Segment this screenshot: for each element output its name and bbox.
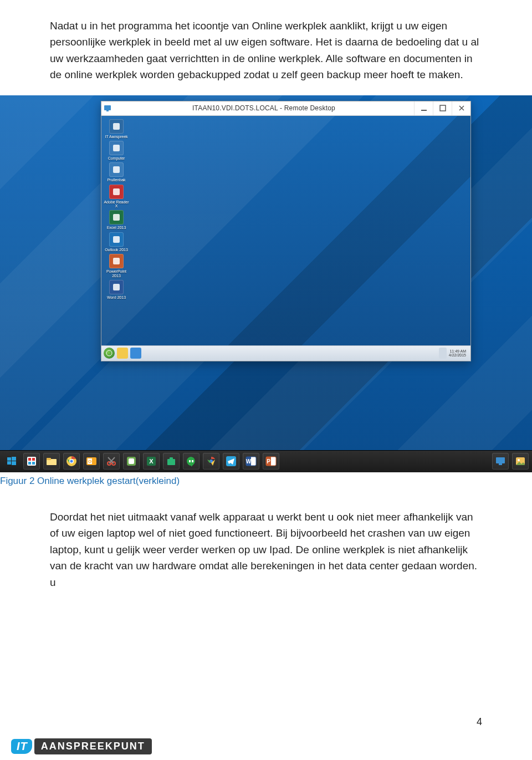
svg-point-52 <box>518 459 520 461</box>
word-icon[interactable]: W <box>243 453 259 470</box>
desktop-icon-label: Prullenbak <box>107 178 125 182</box>
desktop-icon-label: Excel 2013 <box>107 226 126 229</box>
desktop-icon[interactable]: PowerPoint 2013 <box>104 254 129 278</box>
svg-rect-9 <box>113 236 120 243</box>
svg-rect-20 <box>28 462 31 465</box>
desktop-icon-glyph <box>109 210 124 225</box>
inner-tray-icon[interactable] <box>439 348 447 359</box>
desktop-icon[interactable]: Prullenbak <box>104 162 129 182</box>
svg-rect-18 <box>28 458 31 461</box>
maximize-button[interactable] <box>433 101 452 115</box>
snip-icon[interactable] <box>103 453 120 470</box>
outlook-icon[interactable]: O <box>83 453 100 470</box>
remote-desktop-titlebar[interactable]: ITAAN10.VDI.DOTS.LOCAL - Remote Desktop <box>101 101 470 116</box>
inner-explorer-icon[interactable] <box>117 348 128 359</box>
remote-desktop-title: ITAAN10.VDI.DOTS.LOCAL - Remote Desktop <box>114 104 414 112</box>
desktop-icon-glyph <box>109 141 124 155</box>
svg-text:P: P <box>267 458 270 465</box>
svg-text:O: O <box>88 459 91 464</box>
desktop-icon-glyph <box>109 185 124 199</box>
desktop-icon[interactable]: Adobe Reader X <box>104 185 129 208</box>
svg-rect-15 <box>7 461 11 465</box>
excel-icon[interactable]: X <box>143 453 160 470</box>
footer-logo-it: IT <box>11 739 32 754</box>
remote-desktop-window[interactable]: ITAAN10.VDI.DOTS.LOCAL - Remote Desktop … <box>101 101 471 361</box>
svg-rect-5 <box>113 145 120 151</box>
svg-rect-50 <box>499 463 502 465</box>
explorer-icon[interactable] <box>43 453 60 470</box>
inner-start-button[interactable] <box>104 348 115 359</box>
svg-rect-8 <box>113 214 120 221</box>
svg-rect-14 <box>12 457 16 461</box>
inner-taskbar-clock[interactable]: 11:49 AM 4/22/2015 <box>449 349 468 358</box>
desktop-icon-glyph <box>109 254 124 268</box>
desktop-icon-label: Word 2013 <box>107 295 126 299</box>
svg-rect-3 <box>440 105 446 111</box>
desktop-icon-glyph <box>109 162 124 177</box>
host-desktop: ITAAN10.VDI.DOTS.LOCAL - Remote Desktop … <box>0 95 532 472</box>
desktop-icon-label: Computer <box>108 156 125 160</box>
figure-online-werkplek: ITAAN10.VDI.DOTS.LOCAL - Remote Desktop … <box>0 95 532 487</box>
svg-rect-16 <box>12 461 16 465</box>
desktop-icon[interactable]: Computer <box>104 141 129 160</box>
inner-ie-icon[interactable] <box>130 348 141 359</box>
svg-rect-37 <box>170 457 173 460</box>
svg-rect-19 <box>32 458 35 461</box>
svg-rect-2 <box>421 110 427 111</box>
host-taskbar[interactable]: O X <box>0 450 532 472</box>
intro-paragraph-1: Nadat u in het programma het icoontje va… <box>50 18 482 83</box>
powerpoint-icon[interactable]: P <box>263 453 279 470</box>
store-icon[interactable] <box>163 453 180 470</box>
footer-logo-brand: AANSPREEKPUNT <box>34 738 152 754</box>
remote-desktop-app-icon <box>101 104 114 112</box>
svg-point-26 <box>70 460 73 463</box>
svg-rect-11 <box>113 284 120 290</box>
svg-text:W: W <box>246 458 252 465</box>
svg-rect-23 <box>47 458 51 460</box>
desktop-icon[interactable]: Word 2013 <box>104 280 129 299</box>
footer-logo: IT AANSPREEKPUNT <box>11 738 152 754</box>
chrome-app-icon[interactable] <box>203 453 219 470</box>
svg-rect-7 <box>113 188 120 195</box>
svg-rect-38 <box>189 460 191 462</box>
svg-rect-33 <box>129 458 134 464</box>
telegram-icon[interactable] <box>223 453 239 470</box>
start-icon[interactable] <box>3 453 20 470</box>
page-number: 4 <box>477 716 482 728</box>
svg-rect-13 <box>7 457 11 461</box>
close-button[interactable] <box>452 101 470 115</box>
svg-point-12 <box>106 350 112 356</box>
svg-rect-21 <box>32 462 35 465</box>
desktop-icon-glyph <box>109 119 124 134</box>
figure-caption: Figuur 2 Online werkplek gestart(verklei… <box>0 472 532 487</box>
vmware-icon[interactable] <box>123 453 140 470</box>
picture-icon[interactable] <box>512 453 529 470</box>
remote-desktop-icon[interactable] <box>492 453 509 470</box>
desktop-icon-label: IT Aanspreek <box>105 135 127 139</box>
svg-rect-36 <box>167 459 175 465</box>
desktop-icon-label: Outlook 2013 <box>105 248 128 252</box>
desktop-icon-glyph <box>109 232 124 247</box>
svg-rect-39 <box>192 460 193 462</box>
inner-taskbar[interactable]: 11:49 AM 4/22/2015 <box>101 345 470 361</box>
desktop-icon-label: PowerPoint 2013 <box>104 269 129 278</box>
remote-desktop-body[interactable]: IT AanspreekComputerPrullenbakAdobe Read… <box>101 116 470 361</box>
hangouts-icon[interactable] <box>183 453 200 470</box>
svg-rect-10 <box>113 258 120 264</box>
svg-rect-0 <box>104 105 111 110</box>
minimize-button[interactable] <box>414 101 433 115</box>
desktop-icon-label: Adobe Reader X <box>104 200 129 208</box>
intro-paragraph-2: Doordat het niet uitmaakt vanaf welk app… <box>50 509 482 590</box>
svg-rect-1 <box>106 110 109 111</box>
svg-text:X: X <box>149 458 154 465</box>
svg-rect-6 <box>113 166 120 173</box>
tiles-icon[interactable] <box>23 453 40 470</box>
chrome-icon[interactable] <box>63 453 80 470</box>
desktop-icon[interactable]: Outlook 2013 <box>104 232 129 252</box>
desktop-icon-glyph <box>109 280 124 294</box>
desktop-icon[interactable]: Excel 2013 <box>104 210 129 229</box>
svg-rect-4 <box>113 123 120 130</box>
desktop-icon[interactable]: IT Aanspreek <box>104 119 129 139</box>
svg-rect-49 <box>496 457 505 463</box>
